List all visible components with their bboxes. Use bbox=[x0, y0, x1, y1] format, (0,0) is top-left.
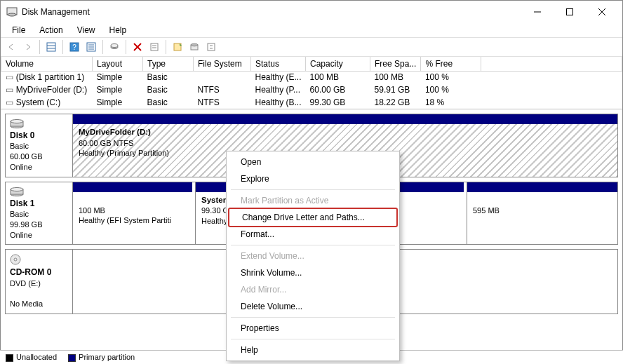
ctx-change-drive-letter[interactable]: Change Drive Letter and Paths... bbox=[229, 209, 396, 226]
cell-type: Basic bbox=[143, 96, 194, 109]
cell-status: Healthy (B... bbox=[251, 96, 306, 109]
tb-list-icon[interactable] bbox=[83, 39, 99, 55]
app-icon bbox=[6, 6, 18, 18]
ctx-open[interactable]: Open bbox=[228, 154, 398, 170]
disk-label[interactable]: CD-ROM 0 DVD (E:) No Media bbox=[6, 250, 73, 314]
svg-point-30 bbox=[11, 120, 23, 123]
tb-grid-icon[interactable] bbox=[43, 39, 59, 55]
cell-status: Healthy (P... bbox=[251, 83, 306, 96]
svg-point-24 bbox=[191, 43, 198, 46]
col-filesystem[interactable]: File System bbox=[194, 57, 251, 71]
partition-sub: 60.00 GB NTFS bbox=[79, 139, 133, 147]
partition-status: Healthy (Primary Partition) bbox=[79, 149, 169, 157]
toolbar-separator bbox=[166, 40, 166, 54]
col-status[interactable]: Status bbox=[251, 57, 306, 71]
volume-icon: ▭ bbox=[6, 72, 14, 82]
disk-icon bbox=[10, 119, 68, 128]
cell-capacity: 99.30 GB bbox=[306, 96, 370, 109]
volume-name: System (C:) bbox=[16, 97, 60, 107]
back-button bbox=[4, 39, 19, 55]
ctx-shrink[interactable]: Shrink Volume... bbox=[228, 264, 398, 281]
partition-sub: 595 MB bbox=[473, 206, 500, 215]
partition-sub: 99.30 G bbox=[201, 206, 229, 215]
toolbar: ? bbox=[1, 37, 622, 57]
menu-view[interactable]: View bbox=[70, 24, 102, 36]
volume-row[interactable]: ▭ MyDriveFolder (D:) Simple Basic NTFS H… bbox=[1, 83, 622, 96]
ctx-format[interactable]: Format... bbox=[228, 226, 398, 243]
tb-detach-icon[interactable] bbox=[203, 39, 219, 55]
cell-fs bbox=[194, 71, 251, 83]
close-button[interactable] bbox=[586, 1, 618, 23]
partition-title: MyDriveFolder (D:) bbox=[79, 128, 151, 136]
tb-help-icon[interactable]: ? bbox=[67, 39, 82, 55]
svg-point-16 bbox=[111, 44, 118, 48]
disk-size: 99.98 GB bbox=[10, 220, 68, 230]
partition-sub: 100 MB bbox=[79, 206, 105, 215]
toolbar-separator bbox=[102, 40, 103, 54]
maximize-button[interactable] bbox=[554, 1, 586, 23]
ctx-explore[interactable]: Explore bbox=[228, 170, 398, 187]
cell-capacity: 100 MB bbox=[306, 71, 370, 83]
partition-color-bar bbox=[467, 182, 617, 192]
partition-color-bar bbox=[73, 182, 192, 192]
ctx-help[interactable]: Help bbox=[228, 342, 398, 358]
partition-status: Healthy bbox=[201, 217, 227, 225]
disk-name: Disk 1 bbox=[10, 198, 68, 209]
col-pctfree[interactable]: % Free bbox=[421, 57, 481, 71]
volume-row[interactable]: ▭ System (C:) Simple Basic NTFS Healthy … bbox=[1, 96, 622, 109]
svg-rect-6 bbox=[47, 43, 55, 51]
svg-point-35 bbox=[14, 258, 17, 261]
cell-free: 59.91 GB bbox=[370, 83, 421, 96]
ctx-delete[interactable]: Delete Volume... bbox=[228, 298, 398, 315]
ctx-properties[interactable]: Properties bbox=[228, 320, 398, 337]
partition-d1-p0[interactable]: 100 MB Healthy (EFI System Partiti bbox=[73, 182, 192, 245]
disk-icon bbox=[10, 187, 68, 196]
cd-icon bbox=[10, 254, 68, 265]
ctx-separator bbox=[231, 339, 395, 339]
menu-help[interactable]: Help bbox=[102, 24, 134, 36]
tb-refresh-icon[interactable] bbox=[107, 39, 122, 55]
col-type[interactable]: Type bbox=[143, 57, 194, 71]
cell-free: 100 MB bbox=[370, 71, 421, 83]
legend-primary: Primary partition bbox=[68, 353, 135, 362]
window-title: Disk Management bbox=[22, 7, 521, 17]
disk-label[interactable]: Disk 0 Basic 60.00 GB Online bbox=[6, 114, 73, 177]
tb-delete-icon[interactable] bbox=[130, 39, 145, 55]
tb-properties-icon[interactable] bbox=[147, 39, 162, 55]
volume-row[interactable]: ▭ (Disk 1 partition 1) Simple Basic Heal… bbox=[1, 71, 622, 83]
minimize-button[interactable] bbox=[521, 1, 554, 23]
svg-rect-25 bbox=[208, 43, 215, 50]
toolbar-separator bbox=[62, 40, 63, 54]
partition-d1-p2[interactable]: 595 MB bbox=[467, 182, 617, 245]
disk-type: Basic bbox=[10, 141, 68, 151]
tb-attach-icon[interactable] bbox=[187, 39, 202, 55]
menu-action[interactable]: Action bbox=[32, 24, 69, 36]
col-layout[interactable]: Layout bbox=[93, 57, 143, 71]
swatch-primary bbox=[68, 354, 76, 362]
volume-list[interactable]: Volume Layout Type File System Status Ca… bbox=[1, 57, 622, 109]
disk-state: Online bbox=[10, 230, 68, 241]
svg-point-1 bbox=[8, 13, 16, 16]
cell-pct: 100 % bbox=[421, 71, 481, 83]
cell-free: 18.22 GB bbox=[370, 96, 421, 109]
cell-layout: Simple bbox=[93, 71, 143, 83]
partition-color-bar bbox=[73, 114, 617, 124]
menu-file[interactable]: File bbox=[5, 24, 32, 36]
svg-rect-3 bbox=[567, 9, 573, 15]
col-volume[interactable]: Volume bbox=[1, 57, 93, 71]
ctx-separator bbox=[231, 317, 395, 318]
cell-type: Basic bbox=[143, 83, 194, 96]
title-bar: Disk Management bbox=[1, 1, 622, 23]
cell-type: Basic bbox=[143, 71, 194, 83]
tb-new-icon[interactable] bbox=[170, 39, 185, 55]
col-free[interactable]: Free Spa... bbox=[370, 57, 421, 71]
col-capacity[interactable]: Capacity bbox=[306, 57, 370, 71]
swatch-unallocated bbox=[6, 354, 13, 362]
disk-state: No Media bbox=[10, 299, 68, 309]
disk-label[interactable]: Disk 1 Basic 99.98 GB Online bbox=[6, 182, 73, 245]
col-spacer bbox=[481, 57, 622, 71]
partition-status: Healthy (EFI System Partiti bbox=[79, 216, 171, 224]
cell-layout: Simple bbox=[93, 96, 143, 109]
ctx-separator bbox=[231, 189, 395, 190]
disk-type: Basic bbox=[10, 209, 68, 220]
